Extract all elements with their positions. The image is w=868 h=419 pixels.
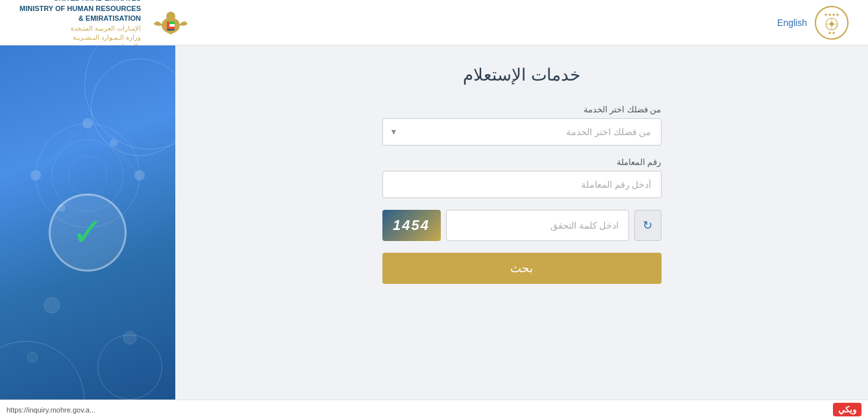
- uae-en-text: UNITED ARAB EMIRATES MINISTRY OF HUMAN R…: [19, 0, 141, 24]
- language-toggle[interactable]: English: [777, 18, 807, 28]
- svg-point-24: [44, 298, 60, 313]
- inquiry-form: من فضلك اختر الخدمة من فضلك اختر الخدمة …: [382, 105, 662, 284]
- svg-point-15: [68, 156, 107, 195]
- coat-of-arms-icon: [151, 6, 190, 40]
- header-right: UNITED ARAB EMIRATES MINISTRY OF HUMAN R…: [19, 0, 190, 51]
- transaction-label: رقم المعاملة: [382, 157, 662, 167]
- service-label: من فضلك اختر الخدمة: [382, 105, 662, 114]
- page-title: خدمات الإستعلام: [463, 65, 580, 85]
- svg-rect-12: [167, 21, 169, 29]
- ministry-text: UNITED ARAB EMIRATES MINISTRY OF HUMAN R…: [19, 0, 141, 51]
- svg-line-21: [88, 123, 140, 175]
- transaction-input[interactable]: [382, 171, 662, 198]
- svg-text:★★: ★★: [828, 31, 836, 35]
- captcha-input[interactable]: [446, 210, 629, 241]
- svg-line-23: [114, 143, 140, 175]
- bottom-bar: ويكي https://inquiry.mohre.gov.a...: [0, 400, 868, 419]
- svg-text:★★★★: ★★★★: [824, 12, 839, 17]
- captcha-row: 1454 ↻: [382, 210, 662, 241]
- logo-circle: ★★★★ ★★: [815, 6, 849, 40]
- image-side: ✓: [0, 45, 175, 419]
- svg-point-26: [27, 352, 38, 362]
- transaction-field-group: رقم المعاملة: [382, 157, 662, 198]
- svg-point-25: [123, 331, 136, 344]
- service-select[interactable]: من فضلك اختر الخدمة: [382, 118, 662, 146]
- refresh-icon: ↻: [643, 218, 652, 233]
- captcha-refresh-button[interactable]: ↻: [634, 210, 662, 241]
- url-display: https://inquiry.mohre.gov.a...: [6, 406, 95, 414]
- captcha-code-display: 1454: [382, 210, 441, 241]
- header: ★★★★ ★★ English UNITED ARAB EMIRATES MIN…: [0, 0, 868, 45]
- search-button[interactable]: بحث: [382, 253, 662, 284]
- service-select-wrapper: من فضلك اختر الخدمة ▼: [382, 118, 662, 146]
- main-content: خدمات الإستعلام من فضلك اختر الخدمة من ف…: [0, 45, 868, 419]
- wiki-badge[interactable]: ويكي: [833, 403, 862, 416]
- svg-point-4: [830, 22, 834, 26]
- check-icon-wrapper: ✓: [49, 194, 127, 272]
- form-side: خدمات الإستعلام من فضلك اختر الخدمة من ف…: [175, 45, 868, 419]
- header-left: ★★★★ ★★ English: [777, 6, 849, 40]
- service-field-group: من فضلك اختر الخدمة من فضلك اختر الخدمة …: [382, 105, 662, 146]
- logo-svg: ★★★★ ★★: [817, 8, 846, 37]
- svg-point-7: [166, 12, 175, 21]
- checkmark-icon: ✓: [71, 213, 104, 252]
- svg-line-22: [36, 123, 88, 175]
